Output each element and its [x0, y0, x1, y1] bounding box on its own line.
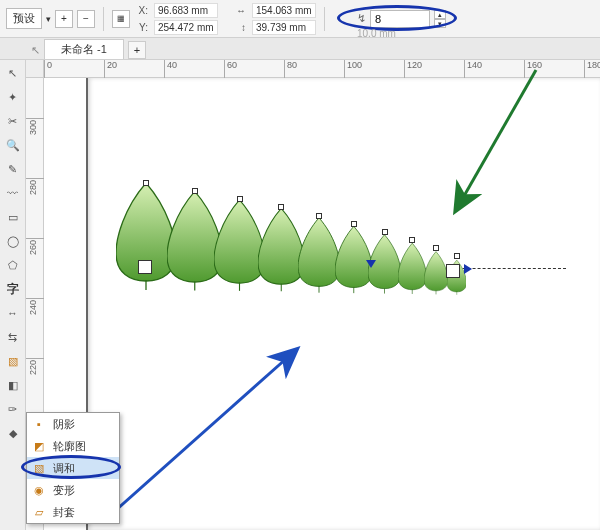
- fill-tool-icon[interactable]: ◆: [4, 424, 22, 442]
- node-handle[interactable]: [433, 245, 439, 251]
- annotation-arrow-green: [406, 60, 556, 240]
- ruler-h-tick: 40: [164, 60, 177, 78]
- node-handle[interactable]: [316, 213, 322, 219]
- menu-item-label: 变形: [53, 483, 75, 498]
- ruler-v-tick: 300: [26, 118, 44, 129]
- origin-grid-icon[interactable]: ▦: [112, 10, 130, 28]
- x-value[interactable]: 96.683 mm: [154, 3, 218, 18]
- crop-tool-icon[interactable]: ✂: [4, 112, 22, 130]
- document-tab-bar: ↖ 未命名 -1 +: [0, 38, 600, 60]
- steps-spinner[interactable]: ▴▾: [434, 10, 446, 28]
- shape-edit-tool-icon[interactable]: ✦: [4, 88, 22, 106]
- node-handle[interactable]: [192, 188, 198, 194]
- freehand-tool-icon[interactable]: ✎: [4, 160, 22, 178]
- workspace: ↖ ✦ ✂ 🔍 ✎ 〰 ▭ ◯ ⬠ 字 ↔ ⇆ ▧ ◧ ✑ ◆ 02040608…: [0, 60, 600, 530]
- blend-step-leaf[interactable]: [298, 216, 340, 295]
- text-tool-icon[interactable]: 字: [4, 280, 22, 298]
- ruler-h-tick: 60: [224, 60, 237, 78]
- menu-item-icon: ▪: [31, 416, 47, 432]
- svg-line-11: [116, 350, 296, 510]
- property-bar: 预设 ▾ + − ▦ X: 96.683 mm ↔ 154.063 mm Y: …: [0, 0, 600, 38]
- ruler-h-tick: 100: [344, 60, 362, 78]
- menu-item-调和[interactable]: ▧调和: [27, 457, 119, 479]
- ruler-v-tick: 220: [26, 358, 44, 369]
- effects-tool-icon[interactable]: ▧: [4, 352, 22, 370]
- menu-item-icon: ◩: [31, 438, 47, 454]
- ruler-h-tick: 180: [584, 60, 600, 78]
- preset-chevron-icon[interactable]: ▾: [46, 14, 51, 24]
- ruler-h-tick: 80: [284, 60, 297, 78]
- ruler-v-tick: 280: [26, 178, 44, 189]
- document-tab[interactable]: 未命名 -1: [44, 39, 124, 59]
- menu-item-label: 调和: [53, 461, 75, 476]
- ruler-h-tick: 0: [44, 60, 52, 78]
- blend-end-handle[interactable]: [446, 264, 460, 278]
- ellipse-tool-icon[interactable]: ◯: [4, 232, 22, 250]
- menu-item-轮廓图[interactable]: ◩轮廓图: [27, 435, 119, 457]
- menu-item-变形[interactable]: ◉变形: [27, 479, 119, 501]
- height-value[interactable]: 39.739 mm: [252, 20, 316, 35]
- add-preset-button[interactable]: +: [55, 10, 73, 28]
- blend-direction-handle-icon[interactable]: [464, 264, 472, 274]
- blend-spacing-value: 10.0 mm: [357, 28, 396, 39]
- menu-item-阴影[interactable]: ▪阴影: [27, 413, 119, 435]
- blend-steps-input[interactable]: [370, 10, 430, 28]
- menu-item-icon: ◉: [31, 482, 47, 498]
- effects-flyout-menu: ▪阴影◩轮廓图▧调和◉变形▱封套: [26, 412, 120, 524]
- ruler-v-tick: 240: [26, 298, 44, 309]
- node-handle[interactable]: [454, 253, 460, 259]
- x-label: X:: [134, 5, 148, 16]
- menu-item-label: 阴影: [53, 417, 75, 432]
- node-handle[interactable]: [351, 221, 357, 227]
- pick-tool-icon[interactable]: ↖: [26, 41, 44, 59]
- blend-accel-handle-icon[interactable]: [366, 260, 376, 268]
- annotation-arrow-blue: [86, 330, 346, 530]
- svg-line-10: [456, 70, 536, 210]
- blend-steps-group: ↯ ▴▾ 10.0 mm: [357, 10, 446, 28]
- eyedropper-tool-icon[interactable]: ✑: [4, 400, 22, 418]
- connector-tool-icon[interactable]: ⇆: [4, 328, 22, 346]
- ruler-corner[interactable]: [26, 60, 44, 78]
- node-handle[interactable]: [237, 196, 243, 202]
- rectangle-tool-icon[interactable]: ▭: [4, 208, 22, 226]
- artistic-tool-icon[interactable]: 〰: [4, 184, 22, 202]
- pick-tool-icon[interactable]: ↖: [4, 64, 22, 82]
- menu-item-label: 轮廓图: [53, 439, 86, 454]
- toolbox: ↖ ✦ ✂ 🔍 ✎ 〰 ▭ ◯ ⬠ 字 ↔ ⇆ ▧ ◧ ✑ ◆: [0, 60, 26, 530]
- height-label: ↕: [224, 22, 246, 33]
- menu-item-封套[interactable]: ▱封套: [27, 501, 119, 523]
- position-readout: X: 96.683 mm ↔ 154.063 mm Y: 254.472 mm …: [134, 3, 316, 35]
- menu-item-label: 封套: [53, 505, 75, 520]
- blend-step-leaf[interactable]: [398, 240, 427, 297]
- separator: [324, 7, 325, 31]
- ruler-h-tick: 20: [104, 60, 117, 78]
- zoom-tool-icon[interactable]: 🔍: [4, 136, 22, 154]
- dimension-tool-icon[interactable]: ↔: [4, 304, 22, 322]
- polygon-tool-icon[interactable]: ⬠: [4, 256, 22, 274]
- menu-item-icon: ▧: [31, 460, 47, 476]
- node-handle[interactable]: [278, 204, 284, 210]
- node-handle[interactable]: [143, 180, 149, 186]
- menu-item-icon: ▱: [31, 504, 47, 520]
- y-value[interactable]: 254.472 mm: [154, 20, 218, 35]
- new-tab-button[interactable]: +: [128, 41, 146, 59]
- blend-step-leaf[interactable]: [424, 248, 448, 298]
- transparency-tool-icon[interactable]: ◧: [4, 376, 22, 394]
- ruler-v-tick: 260: [26, 238, 44, 249]
- y-label: Y:: [134, 22, 148, 33]
- blend-steps-icon: ↯: [357, 12, 366, 25]
- blend-start-handle[interactable]: [138, 260, 152, 274]
- separator: [103, 7, 104, 31]
- width-label: ↔: [224, 5, 246, 16]
- width-value[interactable]: 154.063 mm: [252, 3, 316, 18]
- node-handle[interactable]: [382, 229, 388, 235]
- preset-dropdown[interactable]: 预设: [6, 8, 42, 29]
- remove-preset-button[interactable]: −: [77, 10, 95, 28]
